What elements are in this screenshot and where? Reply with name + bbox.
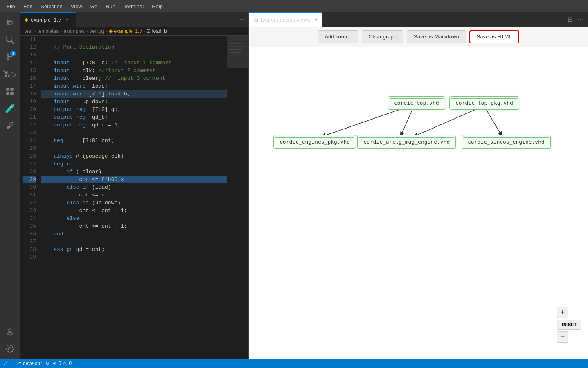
more-actions-button[interactable]: ··· bbox=[576, 15, 585, 24]
code-line: input clk; //!input 2 comment bbox=[41, 67, 227, 75]
remote-indicator[interactable]: ⇌ bbox=[0, 359, 11, 368]
node-cordic-sincos[interactable]: cordic_sincos_engine.vhd bbox=[462, 135, 551, 149]
menu-file[interactable]: File bbox=[3, 2, 18, 11]
error-count: 0 bbox=[59, 361, 61, 366]
add-source-button[interactable]: Add source bbox=[318, 30, 358, 43]
code-line: input clear; //! input 3 comment bbox=[41, 75, 227, 82]
svg-rect-3 bbox=[229, 46, 245, 47]
code-line: end bbox=[41, 230, 227, 238]
code-line: if (!clear) bbox=[41, 168, 227, 176]
graph-area[interactable]: cordic_top.vhd cordic_top_pkg.vhd cordic… bbox=[249, 47, 588, 359]
git-branch-label: develop* bbox=[23, 361, 42, 366]
node-cordic-top[interactable]: cordic_top.vhd bbox=[388, 96, 445, 110]
settings-icon[interactable] bbox=[3, 342, 17, 356]
svg-rect-1 bbox=[229, 41, 243, 41]
code-line: always @ (posedge clk) bbox=[41, 152, 227, 160]
split-editor-button[interactable]: ⊟ bbox=[566, 15, 574, 24]
clear-graph-button[interactable]: Clear graph bbox=[362, 30, 403, 43]
node-cordic-engines-pkg[interactable]: cordic_engines_pkg.vhd bbox=[273, 135, 356, 149]
menu-edit[interactable]: Edit bbox=[20, 2, 36, 11]
code-line: output reg [7:0] qd; bbox=[41, 106, 227, 113]
breadcrumb: test › templates › examples › verilog › … bbox=[20, 27, 248, 36]
code-line: begin bbox=[41, 160, 227, 168]
breadcrumb-verilog: verilog bbox=[90, 28, 104, 34]
code-editor[interactable]: 1112131415 1617181920 2122232425 2627282… bbox=[20, 36, 248, 359]
activity-bottom bbox=[0, 325, 20, 356]
menu-go[interactable]: Go bbox=[87, 2, 101, 11]
search-icon[interactable] bbox=[3, 33, 17, 47]
code-line: else bbox=[41, 214, 227, 222]
breadcrumb-file: ◆ example_1.v bbox=[109, 28, 142, 34]
code-line bbox=[41, 144, 227, 152]
deps-pane: ⊙ Dependencies viewer × ⊟ ··· Add source… bbox=[249, 12, 588, 359]
svg-rect-2 bbox=[229, 43, 241, 44]
minimap bbox=[227, 36, 248, 359]
code-line: cnt <= cnt - 1; bbox=[41, 222, 227, 230]
code-line: cnt <= cnt + 1; bbox=[41, 207, 227, 214]
activity-bar: ⧉ 3 ▷ 🧪 🖌 bbox=[0, 12, 20, 359]
source-control-badge: 3 bbox=[10, 51, 16, 56]
editor-area: ◆ example_1.v × ··· test › templates › e… bbox=[20, 12, 588, 359]
sync-button[interactable]: ↻ bbox=[45, 361, 50, 366]
deps-tab-label: Dependencies viewer bbox=[261, 17, 312, 23]
git-branch-icon: ⎇ bbox=[16, 361, 21, 366]
status-bar-left: ⇌ ⎇ develop* ↻ ⊗ 0 ⚠ 0 bbox=[3, 359, 72, 368]
tab-close-button[interactable]: × bbox=[63, 16, 71, 23]
run-icon[interactable]: ▷ bbox=[3, 67, 17, 81]
code-content[interactable]: // Port Declaration input [7:0] d; //! i… bbox=[39, 36, 227, 359]
menu-bar: File Edit Selection View Go Run Terminal… bbox=[0, 0, 588, 12]
menu-terminal[interactable]: Terminal bbox=[120, 2, 147, 11]
reset-view-button[interactable]: RESET bbox=[557, 320, 581, 330]
brush-icon[interactable]: 🖌 bbox=[3, 119, 17, 133]
menu-help[interactable]: Help bbox=[149, 2, 166, 11]
zoom-in-button[interactable]: + bbox=[557, 307, 568, 318]
zoom-out-button[interactable]: − bbox=[557, 331, 568, 343]
editor-tab-bar: ◆ example_1.v × ··· bbox=[20, 12, 248, 27]
graph-controls: + RESET − bbox=[557, 307, 581, 343]
code-line bbox=[41, 253, 227, 261]
deps-tab-close-button[interactable]: × bbox=[314, 16, 318, 23]
svg-line-7 bbox=[320, 109, 400, 137]
svg-line-10 bbox=[486, 109, 502, 137]
editor-tab-example[interactable]: ◆ example_1.v × bbox=[20, 12, 76, 27]
code-line bbox=[41, 129, 227, 137]
code-line: else if (up_down) bbox=[41, 199, 227, 207]
menu-selection[interactable]: Selection bbox=[37, 2, 65, 11]
files-icon[interactable]: ⧉ bbox=[3, 16, 17, 29]
svg-rect-5 bbox=[229, 52, 241, 53]
breadcrumb-templates: templates bbox=[37, 28, 59, 34]
account-icon[interactable] bbox=[3, 325, 17, 339]
node-cordic-top-pkg[interactable]: cordic_top_pkg.vhd bbox=[449, 96, 519, 110]
verilog-file-icon: ◆ bbox=[25, 17, 28, 23]
errors-count[interactable]: ⊗ 0 ⚠ 0 bbox=[53, 361, 72, 366]
save-as-html-button[interactable]: Save as HTML bbox=[469, 30, 519, 43]
tab-more-button[interactable]: ··· bbox=[237, 12, 248, 27]
code-line bbox=[41, 36, 227, 43]
menu-run[interactable]: Run bbox=[102, 2, 119, 11]
editor-tab-label: example_1.v bbox=[31, 17, 61, 23]
code-line: output reg qd_b; bbox=[41, 113, 227, 121]
source-control-icon[interactable]: 3 bbox=[3, 50, 17, 64]
svg-rect-0 bbox=[229, 38, 246, 38]
deps-tab-icon: ⊙ bbox=[254, 16, 259, 23]
graph-arrows-svg bbox=[249, 47, 588, 359]
breadcrumb-examples: examples bbox=[63, 28, 84, 34]
beaker-icon[interactable]: 🧪 bbox=[3, 102, 17, 115]
extensions-icon[interactable] bbox=[3, 84, 17, 98]
code-line-current: cnt <= 8'h00;s bbox=[41, 176, 227, 183]
deps-tab-bar: ⊙ Dependencies viewer × ⊟ ··· bbox=[249, 12, 588, 27]
code-line bbox=[41, 51, 227, 59]
status-bar: ⇌ ⎇ develop* ↻ ⊗ 0 ⚠ 0 bbox=[0, 359, 588, 368]
menu-view[interactable]: View bbox=[68, 2, 86, 11]
git-branch[interactable]: ⎇ develop* bbox=[16, 361, 42, 366]
save-as-markdown-button[interactable]: Save as Markdown bbox=[407, 30, 466, 43]
remote-icon: ⇌ bbox=[3, 361, 7, 366]
svg-line-8 bbox=[400, 109, 412, 137]
deps-tab[interactable]: ⊙ Dependencies viewer × bbox=[249, 12, 322, 27]
node-cordic-arctg-mag[interactable]: cordic_arctg_mag_engine.vhd bbox=[357, 135, 456, 149]
breadcrumb-symbol: ⊡ load_b bbox=[146, 28, 167, 34]
svg-rect-4 bbox=[229, 49, 242, 50]
code-line: assign qd = cnt; bbox=[41, 246, 227, 253]
code-line: // Port Declaration bbox=[41, 43, 227, 51]
editor-pane: ◆ example_1.v × ··· test › templates › e… bbox=[20, 12, 249, 359]
